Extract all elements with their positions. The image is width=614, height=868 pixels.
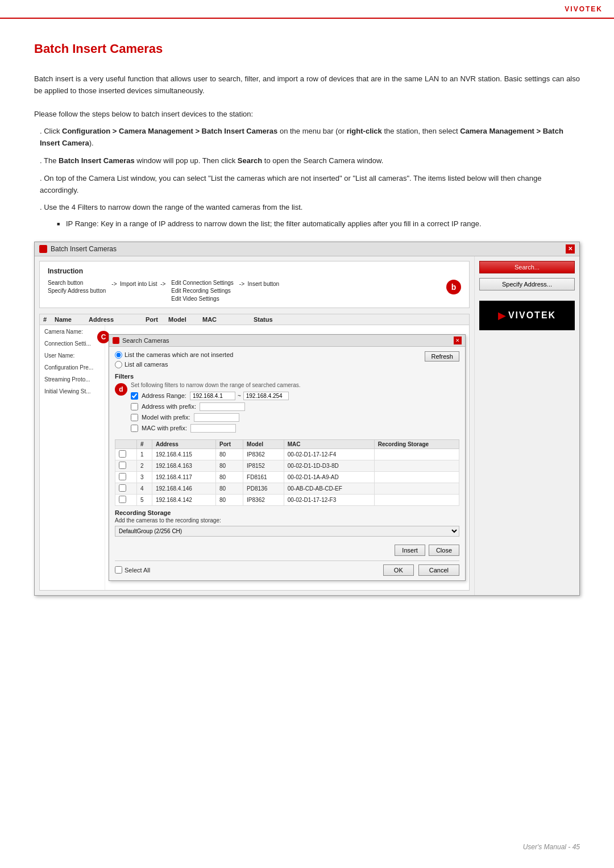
select-all-checkbox[interactable]	[115, 566, 122, 574]
th-model: Model	[243, 439, 284, 448]
badge-c: C	[97, 331, 110, 343]
refresh-button[interactable]: Refresh	[425, 351, 459, 362]
batch-insert-window: Batch Insert Cameras ✕ Instruction Searc…	[34, 242, 580, 596]
results-table: # Address Port Model MAC Recording Stora…	[115, 439, 459, 506]
row-port: 80	[216, 460, 243, 471]
cancel-button[interactable]: Cancel	[418, 564, 459, 576]
filter-mac-prefix-row: MAC with prefix:	[131, 424, 459, 433]
row-address: 192.168.4.163	[152, 460, 215, 471]
camera-list-body: Camera Name: Connection Setti... User Na…	[39, 325, 470, 591]
address-prefix-checkbox[interactable]	[131, 403, 138, 410]
filters-content: Set following filters to narrow down the…	[131, 382, 459, 435]
col-name: Name	[55, 316, 89, 323]
ok-cancel-row: OK Cancel	[383, 564, 459, 576]
instruction-box: Instruction Search button Specify Addres…	[39, 261, 470, 308]
address-range-to[interactable]	[243, 392, 289, 400]
th-num: #	[136, 439, 152, 448]
model-prefix-checkbox[interactable]	[131, 414, 138, 421]
row-num: 2	[136, 460, 152, 471]
insert-button[interactable]: Insert	[395, 545, 425, 556]
mac-prefix-input[interactable]	[190, 424, 236, 433]
mac-prefix-label: MAC with prefix:	[142, 425, 187, 431]
instruction-title: Instruction	[48, 267, 461, 275]
row-storage	[374, 494, 459, 505]
search-window-icon	[113, 337, 119, 344]
instruction-flow: Search button Specify Address button -> …	[48, 280, 461, 302]
search-close-btn[interactable]: ✕	[454, 337, 462, 344]
sub-bullet-1: IP Range: Key in a range of IP address t…	[57, 218, 580, 230]
th-recording: Recording Storage	[374, 439, 459, 448]
th-address: Address	[152, 439, 215, 448]
col-hash: #	[43, 316, 55, 323]
row-num: 3	[136, 471, 152, 483]
arrow1: -> Import into List ->	[111, 281, 165, 287]
search-cameras-window: Search Cameras ✕	[109, 334, 466, 581]
step-d: Use the 4 Filters to narrow down the ran…	[34, 202, 580, 230]
label-username: User Name:	[44, 352, 100, 359]
sub-bullets: IP Range: Key in a range of IP address t…	[40, 218, 580, 230]
row-mac: 00-02-D1-1A-A9-AD	[284, 471, 374, 483]
col-port: Port	[146, 316, 168, 323]
window-close-btn[interactable]: ✕	[566, 244, 575, 254]
badge-d: d	[115, 383, 127, 396]
steps-intro: Please follow the steps below to batch i…	[34, 109, 580, 121]
address-prefix-input[interactable]	[200, 402, 245, 411]
search-window-body: List the cameras which are not inserted …	[109, 347, 465, 580]
row-port: 80	[216, 483, 243, 494]
address-range-from[interactable]	[190, 392, 235, 400]
radio-refresh-row: List the cameras which are not inserted …	[115, 351, 459, 373]
bottom-controls: Select All OK Cancel	[115, 560, 459, 576]
window-title-left: Batch Insert Cameras	[39, 245, 117, 253]
row-checkbox[interactable]	[115, 471, 137, 483]
window-body: Instruction Search button Specify Addres…	[35, 256, 579, 595]
row-port: 80	[216, 471, 243, 483]
col-model: Model	[168, 316, 202, 323]
th-check	[115, 439, 137, 448]
address-prefix-label: Address with prefix:	[142, 403, 196, 410]
row-storage	[374, 483, 459, 494]
window-left-area: Instruction Search button Specify Addres…	[35, 256, 474, 595]
close-button[interactable]: Close	[429, 545, 459, 556]
row-address: 192.168.4.117	[152, 471, 215, 483]
window-title-text: Batch Insert Cameras	[51, 245, 117, 253]
select-all-row: Select All	[115, 566, 150, 574]
row-checkbox[interactable]	[115, 448, 137, 460]
recording-storage-desc: Add the cameras to the recording storage…	[115, 517, 459, 524]
arrow2: -> Insert button	[239, 281, 279, 287]
label-streaming: Streaming Proto...	[44, 376, 100, 383]
row-mac: 00-AB-CD-AB-CD-EF	[284, 483, 374, 494]
specify-address-btn[interactable]: Specify Address...	[479, 278, 575, 290]
row-num: 1	[136, 448, 152, 460]
table-row: 2 192.168.4.163 80 IP8152 00-02-D1-1D-D3…	[115, 460, 459, 471]
address-range-checkbox[interactable]	[131, 392, 138, 400]
search-title-left: Search Cameras	[113, 337, 169, 344]
radio-all[interactable]: List all cameras	[115, 361, 233, 368]
row-address: 192.168.4.115	[152, 448, 215, 460]
intro-paragraph: Batch insert is a very useful function t…	[34, 73, 580, 97]
row-model: FD8161	[243, 471, 284, 483]
steps-list: Click Configuration > Camera Management …	[34, 126, 580, 230]
window-icon	[39, 245, 47, 253]
th-port: Port	[216, 439, 243, 448]
top-bar: VIVOTEK	[0, 0, 614, 19]
mac-prefix-checkbox[interactable]	[131, 425, 138, 432]
ok-button[interactable]: OK	[383, 564, 414, 576]
model-prefix-label: Model with prefix:	[142, 414, 190, 421]
page-footer: User's Manual - 45	[523, 843, 580, 851]
insert-close-buttons: Insert Close	[115, 545, 459, 556]
table-row: 4 192.168.4.146 80 PD8136 00-AB-CD-AB-CD…	[115, 483, 459, 494]
logo-text: VIVOTEK	[508, 310, 556, 321]
row-checkbox[interactable]	[115, 460, 137, 471]
instruction-middle-col: Edit Connection Settings Edit Recording …	[171, 280, 234, 302]
radio-not-inserted[interactable]: List the cameras which are not inserted	[115, 351, 233, 359]
row-model: IP8362	[243, 494, 284, 505]
filters-title: Filters	[115, 373, 459, 380]
search-btn[interactable]: Search...	[479, 261, 575, 273]
model-prefix-input[interactable]	[194, 413, 239, 422]
row-checkbox[interactable]	[115, 494, 137, 505]
row-checkbox[interactable]	[115, 483, 137, 494]
row-port: 80	[216, 494, 243, 505]
storage-select[interactable]: DefaultGroup (2/256 CH)	[115, 526, 459, 537]
filters-body: d Set following filters to narrow down t…	[115, 382, 459, 435]
col-address: Address	[89, 316, 146, 323]
